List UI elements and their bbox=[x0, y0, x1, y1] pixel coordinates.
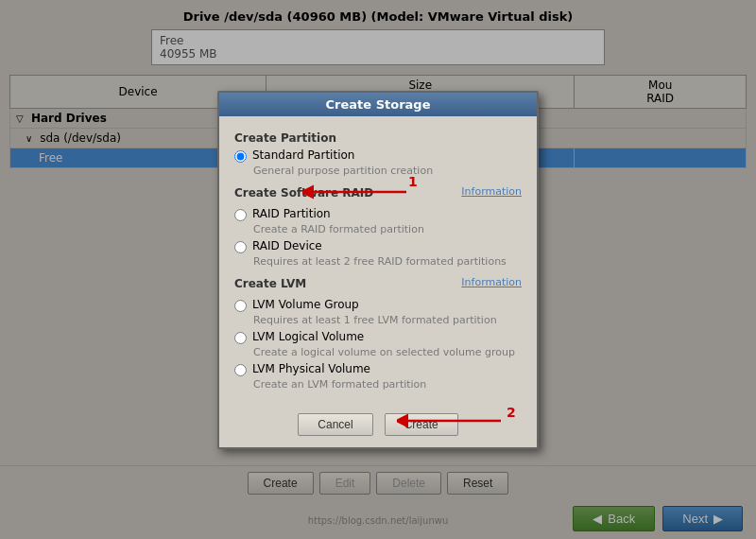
lvm-logical-volume-radio[interactable] bbox=[234, 332, 247, 344]
raid-partition-item: RAID Partition bbox=[234, 207, 522, 221]
create-lvm-label: Create LVM bbox=[234, 277, 306, 290]
lvm-physical-volume-label: LVM Physical Volume bbox=[252, 362, 370, 375]
create-partition-label: Create Partition bbox=[234, 131, 522, 145]
lvm-info[interactable]: Information bbox=[461, 276, 522, 288]
modal-overlay: Create Storage Create Partition Standard… bbox=[0, 0, 756, 539]
create-storage-dialog: Create Storage Create Partition Standard… bbox=[217, 91, 539, 449]
lvm-logical-volume-item: LVM Logical Volume bbox=[234, 330, 522, 344]
raid-partition-radio[interactable] bbox=[234, 209, 247, 221]
create-software-raid-label: Create Software RAID bbox=[234, 186, 373, 200]
standard-partition-item: Standard Partition bbox=[234, 148, 522, 163]
lvm-volume-group-item: LVM Volume Group bbox=[234, 298, 522, 312]
lvm-logical-volume-label: LVM Logical Volume bbox=[252, 330, 364, 343]
software-raid-info[interactable]: Information bbox=[461, 185, 522, 198]
dialog-create-button[interactable]: Create bbox=[385, 413, 458, 436]
dialog-cancel-button[interactable]: Cancel bbox=[298, 413, 372, 436]
raid-partition-desc: Create a RAID formated partition bbox=[253, 223, 522, 235]
raid-device-label: RAID Device bbox=[252, 239, 322, 252]
lvm-physical-volume-desc: Create an LVM formated partition bbox=[253, 378, 522, 391]
standard-partition-desc: General purpose partition creation bbox=[253, 165, 522, 177]
lvm-volume-group-label: LVM Volume Group bbox=[252, 298, 359, 311]
raid-device-desc: Requires at least 2 free RAID formated p… bbox=[253, 255, 522, 268]
lvm-logical-volume-desc: Create a logical volume on selected volu… bbox=[253, 346, 522, 358]
raid-device-radio[interactable] bbox=[234, 241, 247, 253]
standard-partition-label: Standard Partition bbox=[252, 148, 354, 162]
lvm-volume-group-desc: Requires at least 1 free LVM formated pa… bbox=[253, 314, 522, 326]
raid-partition-label: RAID Partition bbox=[252, 207, 331, 220]
lvm-physical-volume-radio[interactable] bbox=[234, 364, 247, 376]
dialog-footer: Cancel Create bbox=[219, 404, 537, 447]
lvm-section: Create LVM Information bbox=[234, 271, 522, 294]
dialog-title: Create Storage bbox=[219, 93, 537, 116]
raid-device-item: RAID Device bbox=[234, 239, 522, 253]
lvm-physical-volume-item: LVM Physical Volume bbox=[234, 362, 522, 376]
main-window: Drive /dev/sda (40960 MB) (Model: VMware… bbox=[0, 0, 756, 539]
lvm-volume-group-radio[interactable] bbox=[234, 300, 247, 312]
standard-partition-radio[interactable] bbox=[234, 150, 247, 163]
dialog-body: Create Partition Standard Partition Gene… bbox=[219, 116, 537, 404]
software-raid-section: Create Software RAID Information bbox=[234, 181, 522, 203]
